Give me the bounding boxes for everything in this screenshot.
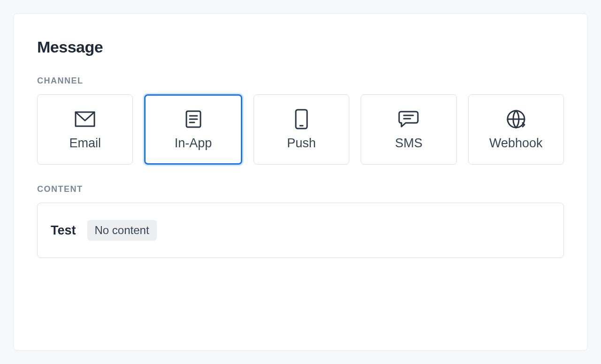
content-title: Test <box>51 223 76 238</box>
section-label-content: CONTENT <box>37 184 564 194</box>
channel-label: In-App <box>175 136 212 151</box>
content-row[interactable]: Test No content <box>37 203 564 258</box>
page-title: Message <box>37 38 564 56</box>
content-status-badge: No content <box>87 220 157 241</box>
document-lines-icon <box>183 109 204 129</box>
globe-arrow-icon <box>506 109 526 129</box>
channel-option-webhook[interactable]: Webhook <box>468 94 564 165</box>
channel-option-email[interactable]: Email <box>37 94 133 165</box>
mobile-icon <box>291 109 312 129</box>
channel-picker: Email In-App Push <box>37 94 564 165</box>
channel-option-sms[interactable]: SMS <box>361 94 456 165</box>
section-label-channel: CHANNEL <box>37 76 564 86</box>
channel-label: SMS <box>395 136 423 151</box>
channel-option-inapp[interactable]: In-App <box>144 94 242 165</box>
channel-label: Webhook <box>489 136 543 151</box>
email-icon <box>75 109 95 129</box>
channel-label: Email <box>69 136 101 151</box>
channel-label: Push <box>287 136 316 151</box>
message-card: Message CHANNEL Email In-App <box>13 13 588 351</box>
channel-option-push[interactable]: Push <box>254 94 349 165</box>
chat-icon <box>398 109 419 129</box>
